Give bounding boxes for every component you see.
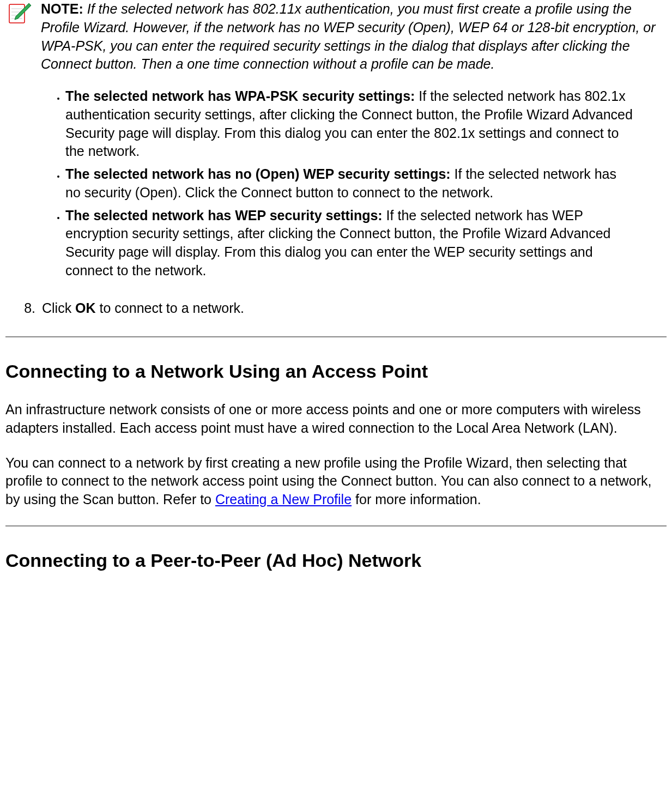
bullet-title: The selected network has WEP security se… [65,208,383,223]
paragraph: An infrastructure network consists of on… [5,401,656,438]
list-item: The selected network has WEP security se… [65,207,656,280]
paragraph: You can connect to a network by first cr… [5,454,656,509]
security-bullet-list: The selected network has WPA-PSK securit… [65,87,656,280]
list-item: The selected network has WPA-PSK securit… [65,87,656,161]
bullet-title: The selected network has WPA-PSK securit… [65,88,415,104]
note-block: NOTE: If the selected network has 802.11… [8,0,656,74]
divider [5,336,667,337]
bullet-title: The selected network has no (Open) WEP s… [65,166,451,181]
list-item: The selected network has no (Open) WEP s… [65,165,656,202]
heading-access-point: Connecting to a Network Using an Access … [5,359,667,384]
step-8: 8. Click OK to connect to a network. [8,299,656,318]
step-number: 8. [8,299,35,318]
note-text: NOTE: If the selected network has 802.11… [41,0,656,74]
note-label: NOTE: [41,1,83,16]
step-text: Click OK to connect to a network. [42,299,244,318]
note-icon [8,0,35,30]
note-body: If the selected network has 802.11x auth… [41,1,656,71]
creating-new-profile-link[interactable]: Creating a New Profile [215,492,352,507]
divider [5,525,667,526]
heading-adhoc: Connecting to a Peer-to-Peer (Ad Hoc) Ne… [5,548,667,573]
